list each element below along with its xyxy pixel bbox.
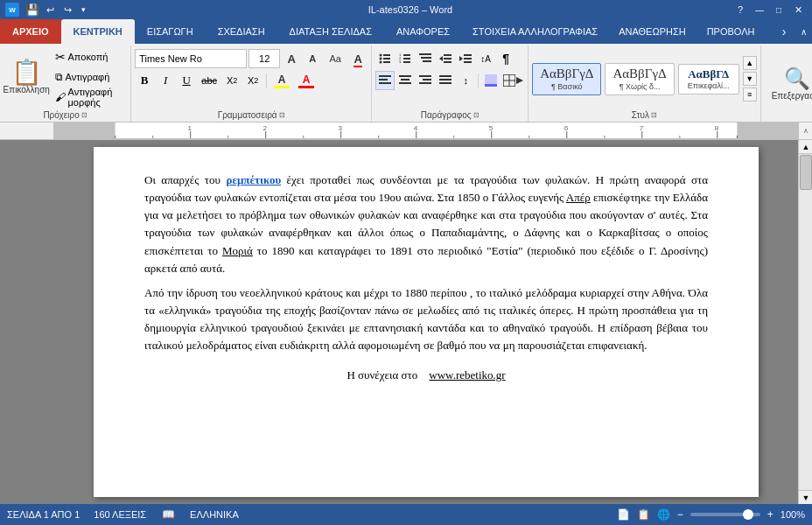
styles-expand[interactable]: ≡	[743, 88, 757, 102]
tab-mailings[interactable]: ΣΤΟΙΧΕΙΑ ΑΛΛΗΛΟΓΡΑΦΙΑΣ	[462, 19, 608, 44]
svg-rect-30	[423, 79, 431, 80]
scroll-thumb[interactable]	[800, 155, 812, 190]
svg-rect-20	[464, 54, 472, 56]
copy-button[interactable]: ⧉ Αντιγραφή	[52, 67, 128, 87]
bullets-button[interactable]	[375, 49, 395, 68]
rebetiko-link[interactable]: ρεμπέτικου	[226, 173, 281, 186]
editing-button[interactable]: 🔍 Επεξεργασία	[765, 63, 812, 104]
tab-file[interactable]: ΑΡΧΕΙΟ	[0, 19, 61, 44]
clipboard-expand-icon[interactable]: ⊡	[81, 111, 88, 119]
cut-button[interactable]: ✂ Αποκοπή	[52, 47, 128, 66]
redo-button[interactable]: ↪	[60, 2, 75, 18]
svg-text:8: 8	[715, 124, 719, 132]
grow-font-button[interactable]: A	[282, 49, 301, 68]
subscript-button[interactable]: X2	[222, 71, 242, 90]
change-case-button[interactable]: Aa	[324, 49, 346, 68]
tab-view[interactable]: ΠΡΟΒΟΛΗ	[696, 19, 766, 44]
show-marks-button[interactable]: ¶	[496, 49, 515, 68]
read-mode-icon[interactable]: 📄	[617, 508, 630, 521]
svg-rect-5	[383, 61, 390, 63]
decrease-indent-button[interactable]	[436, 49, 455, 68]
font-size-input[interactable]	[248, 49, 280, 68]
svg-rect-31	[419, 82, 431, 84]
scroll-down-button[interactable]: ▼	[799, 490, 812, 504]
quickaccess-toolbar: W 💾 ↩ ↪ ▾ IL-ates0326 – Word ? — □ ✕	[0, 0, 812, 19]
maximize-button[interactable]: □	[770, 3, 788, 17]
ribbon-collapse-btn[interactable]: ∧	[794, 19, 812, 44]
help-button[interactable]: ?	[732, 3, 749, 17]
sort-button[interactable]: ↕A	[476, 49, 495, 68]
close-button[interactable]: ✕	[789, 3, 807, 17]
svg-point-2	[380, 58, 382, 60]
svg-rect-26	[399, 75, 411, 77]
ruler-collapse-btn[interactable]: ∧	[798, 122, 812, 139]
justify-button[interactable]	[436, 71, 455, 90]
svg-point-4	[380, 61, 382, 64]
svg-rect-7	[403, 54, 410, 56]
zoom-slider[interactable]	[690, 513, 760, 516]
svg-rect-34	[439, 82, 452, 84]
paragraph-expand-icon[interactable]: ⊡	[473, 111, 480, 119]
increase-indent-button[interactable]	[456, 49, 475, 68]
tab-review[interactable]: ΑΝΑΘΕΩΡΗΣΗ	[608, 19, 696, 44]
scroll-up-button[interactable]: ▲	[799, 140, 812, 154]
paragraph-2: Από την ίδρυση του νεοελληνικού κράτους …	[144, 284, 708, 355]
italic-button[interactable]: I	[156, 71, 175, 90]
style-heading1[interactable]: ΑαΒβΓΔ Επικεφαλί...	[678, 64, 739, 94]
proofing-icon[interactable]: 📖	[160, 507, 176, 522]
tab-design[interactable]: ΣΧΕΔΙΑΣΗ	[206, 19, 277, 44]
ribbon: 📋 Επικόλληση ✂ Αποκοπή ⧉ Αντιγραφή 🖌 Αντ…	[0, 44, 812, 122]
tab-home[interactable]: ΚΕΝΤΡΙΚΗ	[61, 19, 135, 44]
align-right-button[interactable]	[416, 71, 435, 90]
save-button[interactable]: 💾	[24, 2, 40, 18]
tab-insert[interactable]: ΕΙΣΑΓΩΓΗ	[135, 19, 206, 44]
svg-rect-18	[444, 61, 452, 63]
scroll-track	[799, 154, 812, 490]
style-no-spacing[interactable]: AαΒβΓγΔ ¶ Χωρίς δ...	[605, 63, 674, 95]
numbering-button[interactable]: 1.2.3.	[396, 49, 415, 68]
svg-rect-24	[379, 79, 388, 80]
font-color-button[interactable]: A	[295, 71, 318, 90]
line-spacing-button[interactable]: ↕	[456, 71, 475, 90]
strikethrough-button[interactable]: abc	[198, 71, 220, 90]
svg-rect-29	[419, 75, 431, 77]
font-name-input[interactable]	[135, 49, 247, 68]
print-layout-icon[interactable]: 📋	[637, 508, 650, 521]
align-left-button[interactable]	[375, 71, 395, 90]
moria-text: Μοριά	[222, 244, 253, 257]
bold-button[interactable]: B	[135, 71, 154, 90]
font-expand-icon[interactable]: ⊡	[279, 111, 285, 119]
tab-layout[interactable]: ΔΙΑΤΑΞΗ ΣΕΛΙΔΑΣ	[277, 19, 384, 44]
zoom-out-button[interactable]: −	[677, 508, 683, 521]
styles-scroll-down[interactable]: ▼	[743, 72, 757, 86]
styles-scroll-up[interactable]: ▲	[743, 56, 757, 70]
minimize-button[interactable]: —	[751, 3, 768, 17]
undo-button[interactable]: ↩	[42, 2, 58, 18]
superscript-button[interactable]: X2	[243, 71, 262, 90]
tab-more-icon[interactable]: ›	[774, 19, 794, 44]
shrink-font-button[interactable]: A	[303, 49, 322, 68]
svg-rect-21	[464, 58, 472, 60]
svg-text:6: 6	[564, 124, 569, 132]
doc-page-area: Οι απαρχές του ρεμπέτικου έχει προταθεί …	[54, 140, 798, 504]
borders-button[interactable]	[501, 71, 524, 90]
clear-format-button[interactable]: A	[348, 49, 368, 68]
zoom-in-button[interactable]: +	[767, 508, 774, 521]
styles-expand-icon[interactable]: ⊡	[651, 111, 657, 119]
underline-button[interactable]: U	[177, 71, 196, 90]
vertical-scrollbar: ▲ ▼	[798, 140, 812, 504]
paste-button[interactable]: 📋 Επικόλληση	[4, 59, 50, 96]
rebetiko-url: www.rebetiko.gr	[429, 368, 505, 382]
multilevel-button[interactable]	[416, 49, 435, 68]
ruler: 1 2 3 4 5 6 7 8	[54, 122, 798, 139]
web-layout-icon[interactable]: 🌐	[657, 508, 670, 521]
svg-rect-43	[737, 122, 798, 139]
format-painter-button[interactable]: 🖌 Αντιγραφή μορφής	[52, 88, 128, 107]
zoom-thumb[interactable]	[743, 509, 753, 520]
style-normal[interactable]: AαΒβΓγΔ ¶ Βασικό	[532, 63, 601, 95]
align-center-button[interactable]	[396, 71, 415, 90]
tab-references[interactable]: ΑΝΑΦΟΡΕΣ	[384, 19, 462, 44]
qa-more-button[interactable]: ▾	[77, 2, 89, 18]
shading-button[interactable]	[481, 71, 500, 90]
text-highlight-button[interactable]: A	[270, 71, 293, 90]
